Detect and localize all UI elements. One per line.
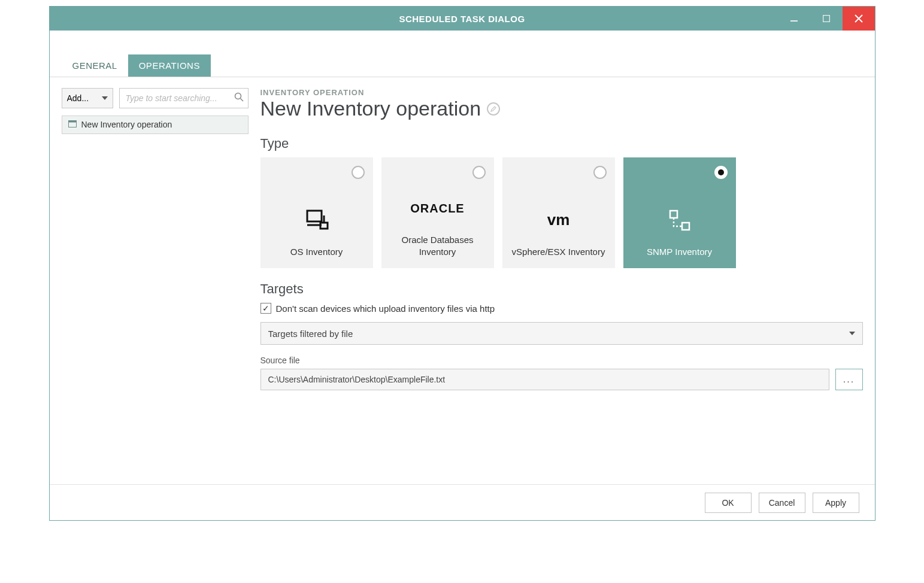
- card-label: SNMP Inventory: [640, 246, 719, 258]
- titlebar: SCHEDULED TASK DIALOG: [50, 7, 875, 31]
- body-row: Add... New: [50, 77, 875, 484]
- card-label: vSphere/ESX Inventory: [505, 246, 613, 258]
- svg-rect-13: [682, 223, 689, 230]
- type-section-title: Type: [260, 136, 863, 151]
- maximize-button[interactable]: [810, 7, 843, 31]
- search-input[interactable]: [119, 88, 249, 108]
- radio-icon: [593, 166, 607, 179]
- source-file-input[interactable]: [260, 369, 829, 390]
- titlebar-buttons: [778, 7, 875, 31]
- card-oracle-inventory[interactable]: ORACLE Oracle Databases Inventory: [381, 157, 494, 268]
- checkbox-dont-scan[interactable]: ✓: [260, 303, 271, 314]
- targets-section-title: Targets: [260, 281, 863, 297]
- card-label: OS Inventory: [283, 246, 350, 258]
- svg-rect-8: [307, 211, 322, 221]
- type-cards: OS Inventory ORACLE Oracle Databases Inv…: [260, 157, 863, 268]
- close-button[interactable]: [843, 7, 875, 31]
- card-snmp-inventory[interactable]: SNMP Inventory: [623, 157, 736, 268]
- search-wrap: [119, 88, 249, 108]
- radio-icon: [352, 166, 365, 179]
- radio-icon: [472, 166, 486, 179]
- footer: OK Cancel Apply: [50, 484, 875, 520]
- svg-point-4: [235, 93, 241, 99]
- svg-rect-0: [790, 20, 798, 22]
- add-dropdown[interactable]: Add...: [62, 88, 113, 108]
- card-vsphere-inventory[interactable]: vm vSphere/ESX Inventory: [502, 157, 615, 268]
- browse-button[interactable]: ...: [835, 369, 863, 390]
- card-os-inventory[interactable]: OS Inventory: [260, 157, 373, 268]
- radio-icon: [714, 166, 728, 179]
- card-label: Oracle Databases Inventory: [381, 234, 494, 257]
- sidebar-column: Add... New: [62, 88, 249, 484]
- content: GENERAL OPERATIONS Add...: [50, 31, 875, 520]
- breadcrumb: INVENTORY OPERATION: [260, 88, 863, 97]
- window-title: SCHEDULED TASK DIALOG: [399, 14, 525, 24]
- edit-icon[interactable]: [487, 102, 500, 116]
- minimize-button[interactable]: [778, 7, 810, 31]
- source-file-label: Source file: [260, 356, 863, 365]
- main-panel: INVENTORY OPERATION New Inventory operat…: [249, 88, 863, 484]
- minimize-icon: [790, 15, 798, 22]
- svg-rect-1: [823, 16, 829, 22]
- list-item-label: New Inventory operation: [81, 120, 172, 129]
- oracle-icon: ORACLE: [410, 187, 464, 229]
- page-title-text: New Inventory operation: [260, 97, 481, 120]
- tab-general[interactable]: GENERAL: [62, 54, 128, 77]
- ok-button[interactable]: OK: [705, 493, 752, 513]
- list-item[interactable]: New Inventory operation: [62, 116, 248, 133]
- targets-select[interactable]: Targets filtered by file: [260, 322, 863, 345]
- dialog-window: SCHEDULED TASK DIALOG GENERAL OPERATIONS: [49, 6, 875, 521]
- apply-button[interactable]: Apply: [813, 493, 859, 513]
- svg-rect-7: [68, 121, 76, 123]
- snmp-icon: [667, 199, 693, 241]
- close-icon: [855, 14, 863, 23]
- cancel-button[interactable]: Cancel: [759, 493, 805, 513]
- tabs: GENERAL OPERATIONS: [50, 31, 875, 77]
- operation-icon: [68, 120, 77, 129]
- operation-list: New Inventory operation: [62, 116, 248, 133]
- checkbox-row: ✓ Don't scan devices which upload invent…: [260, 303, 863, 314]
- search-icon: [234, 92, 244, 104]
- vmware-icon: vm: [547, 199, 570, 241]
- os-icon: [305, 199, 329, 241]
- sidebar: New Inventory operation: [62, 116, 249, 134]
- svg-rect-12: [670, 211, 677, 218]
- checkbox-label: Don't scan devices which upload inventor…: [276, 303, 495, 314]
- sidebar-toolbar: Add...: [62, 88, 249, 108]
- svg-line-5: [240, 99, 243, 102]
- file-row: ...: [260, 369, 863, 390]
- tab-operations[interactable]: OPERATIONS: [128, 54, 211, 77]
- maximize-icon: [823, 15, 830, 22]
- page-title: New Inventory operation: [260, 97, 863, 120]
